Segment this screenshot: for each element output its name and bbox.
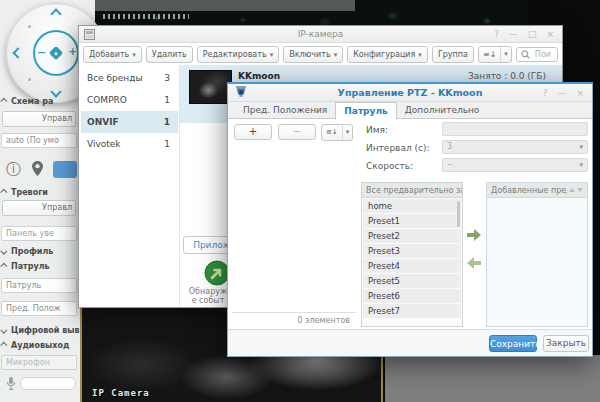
partial-blue-button[interactable] xyxy=(53,161,77,178)
search-box[interactable] xyxy=(516,47,558,62)
section-patrol-label: Патруль xyxy=(11,262,50,271)
wheel-dot xyxy=(28,25,31,28)
add-patrol-button[interactable]: + xyxy=(234,124,272,140)
section-audio-out[interactable]: Аудиовыход xyxy=(2,341,69,351)
brand-row-vivotek[interactable]: Vivotek 1 xyxy=(81,133,178,155)
brand-count: 1 xyxy=(164,117,170,127)
preset-item[interactable]: Preset2 xyxy=(363,229,461,243)
brand-row-onvif[interactable]: ONVIF 1 xyxy=(81,111,178,133)
section-alarms-label: Тревоги xyxy=(11,188,48,197)
sort-split-button[interactable]: ≡↓ ▾ xyxy=(478,46,512,63)
info-icon[interactable]: ⓘ xyxy=(6,160,24,178)
window-title: Управление PTZ - KKmoon xyxy=(228,87,592,98)
ptz-window-titlebar[interactable]: Управление PTZ - KKmoon ? — × xyxy=(228,84,592,102)
sort-icon[interactable]: ≡↓ xyxy=(479,47,500,62)
section-scheme[interactable]: Схема ра xyxy=(2,97,53,107)
close-button[interactable]: × xyxy=(576,88,584,98)
move-left-button[interactable] xyxy=(466,255,482,274)
wheel-dot xyxy=(28,78,31,81)
section-audio-out-label: Аудиовыход xyxy=(11,341,69,350)
chevron-up-icon xyxy=(0,263,7,270)
location-pin-icon[interactable] xyxy=(30,160,45,180)
volume-slider[interactable] xyxy=(20,377,76,390)
preset-item[interactable]: Preset4 xyxy=(363,259,461,273)
notification-panel-button[interactable]: Панель уве xyxy=(1,226,77,241)
ptz-footer: Сохранить Закрыть xyxy=(228,329,592,356)
preset-item[interactable]: Preset5 xyxy=(363,274,461,288)
minimize-button[interactable]: — xyxy=(557,88,566,98)
tab-advanced[interactable]: Дополнительно xyxy=(397,102,488,119)
brand-row-all[interactable]: Все бренды 3 xyxy=(81,67,178,89)
ip-window-titlebar[interactable]: IP-камера ? — □ × xyxy=(79,26,562,43)
window-title: IP-камера xyxy=(79,29,562,39)
configuration-button[interactable]: Конфигурация▾ xyxy=(347,46,428,63)
sidebar: Схема ра Управл auto (По умо ⓘ Тревоги У… xyxy=(0,90,78,402)
close-button[interactable]: × xyxy=(546,29,554,39)
layout-select[interactable]: auto (По умо xyxy=(1,133,77,148)
camera-osd-label: IP Camera xyxy=(92,388,150,398)
section-digital-out[interactable]: Цифровой выв xyxy=(2,326,80,336)
section-alarms[interactable]: Тревоги xyxy=(2,188,48,198)
preset-item[interactable]: Preset6 xyxy=(363,289,461,303)
section-scheme-label: Схема ра xyxy=(11,97,53,106)
section-patrol[interactable]: Патруль xyxy=(2,262,50,272)
edit-button[interactable]: Редактировать▾ xyxy=(197,46,279,63)
help-button[interactable]: ? xyxy=(494,29,499,39)
caret-down-icon[interactable]: ▾ xyxy=(500,47,511,62)
preset-item[interactable]: Preset1 xyxy=(363,214,461,228)
section-profile-label: Профиль xyxy=(11,247,53,256)
name-label: Имя: xyxy=(366,125,388,135)
camera-thumbnail[interactable] xyxy=(189,70,232,104)
camera-osd-text xyxy=(103,14,189,19)
move-down-icon[interactable] xyxy=(577,188,583,192)
remove-patrol-button[interactable]: − xyxy=(278,124,316,140)
scheme-manage-button[interactable]: Управл xyxy=(2,111,76,127)
alarm-manage-button[interactable]: Управл xyxy=(2,200,76,216)
section-profile[interactable]: Профиль xyxy=(2,247,53,257)
all-presets-list: Все предварительно задан home Preset1 Pr… xyxy=(361,182,463,327)
preset-item[interactable]: Preset7 xyxy=(363,304,461,318)
patrol-sort-button[interactable]: ≡↓ ▾ xyxy=(321,124,353,141)
ip-toolbar: Добавить▾ Удалить Редактировать▾ Включит… xyxy=(83,45,558,64)
delete-button-label: Удалить xyxy=(152,50,187,59)
chevron-down-icon xyxy=(0,327,7,334)
tab-presets[interactable]: Пред. Положения xyxy=(235,102,335,119)
camera-usage: Занято : 0.0 (ГБ) xyxy=(468,71,546,81)
save-button[interactable]: Сохранить xyxy=(489,335,537,352)
section-digital-out-label: Цифровой выв xyxy=(11,326,80,335)
group-button[interactable]: Группа xyxy=(432,46,474,63)
move-right-button[interactable] xyxy=(466,227,482,246)
zoom-in-button[interactable]: + xyxy=(68,47,77,57)
brand-name: COMPRO xyxy=(87,95,127,105)
microphone-field: Микрофон xyxy=(1,355,77,370)
move-up-icon[interactable] xyxy=(569,188,575,192)
maximize-button[interactable]: □ xyxy=(528,29,537,39)
help-button[interactable]: ? xyxy=(543,88,548,98)
search-input[interactable] xyxy=(533,49,553,60)
bottom-gray-area xyxy=(385,355,600,402)
zoom-out-button[interactable]: − xyxy=(37,48,46,58)
list-scrollbar[interactable] xyxy=(457,201,460,227)
add-button[interactable]: Добавить▾ xyxy=(83,46,142,63)
chevron-up-icon xyxy=(0,189,7,196)
caret-down-icon: ▾ xyxy=(579,141,583,153)
enable-button[interactable]: Включить▾ xyxy=(283,46,343,63)
configuration-button-label: Конфигурация xyxy=(353,50,415,59)
patrol-field[interactable]: Патруль xyxy=(1,278,77,293)
brand-row-compro[interactable]: COMPRO 1 xyxy=(81,89,178,111)
tab-patrol[interactable]: Патруль xyxy=(335,102,396,120)
sort-icon[interactable]: ≡↓ xyxy=(322,125,342,140)
preset-item[interactable]: home xyxy=(363,199,461,213)
delete-button[interactable]: Удалить xyxy=(146,46,193,63)
chevron-down-icon xyxy=(0,248,7,255)
added-presets-list: Добавленные пред xyxy=(486,182,588,327)
close-dialog-button[interactable]: Закрыть xyxy=(543,335,589,352)
ptz-camera-icon xyxy=(234,83,248,102)
caret-down-icon[interactable]: ▾ xyxy=(342,125,353,140)
minimize-button[interactable]: — xyxy=(509,29,518,39)
ptz-control-window: Управление PTZ - KKmoon ? — × Пред. Поло… xyxy=(227,82,593,357)
preset-field[interactable]: Пред. Полож xyxy=(1,301,77,316)
search-icon xyxy=(521,50,530,59)
preset-item[interactable]: Preset3 xyxy=(363,244,461,258)
speed-select: -- ▾ xyxy=(442,158,588,172)
